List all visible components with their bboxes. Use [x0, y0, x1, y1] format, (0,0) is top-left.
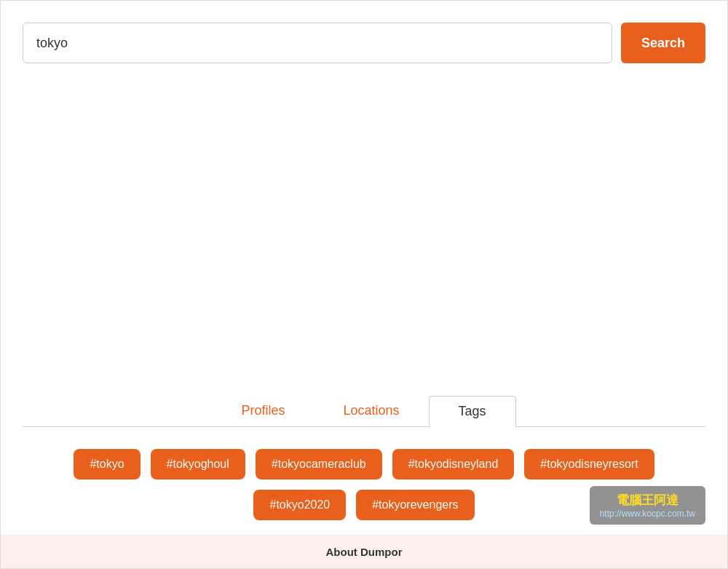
tab-locations[interactable]: Locations: [314, 396, 428, 428]
main-content: Search Profiles Locations Tags #tokyo #t…: [1, 1, 727, 535]
tag-tokyocameraclub[interactable]: #tokyocameraclub: [256, 449, 382, 480]
search-bar: Search: [23, 23, 705, 63]
tag-tokyorevengers[interactable]: #tokyorevengers: [356, 490, 474, 520]
search-button[interactable]: Search: [621, 23, 705, 63]
search-input[interactable]: [23, 23, 612, 63]
tags-container: #tokyo #tokyoghoul #tokyocameraclub #tok…: [23, 427, 705, 535]
tag-tokyodisneyland[interactable]: #tokyodisneyland: [392, 449, 515, 480]
footer: About Dumpor: [1, 535, 727, 568]
app-container: Search Profiles Locations Tags #tokyo #t…: [0, 0, 728, 569]
tab-tags[interactable]: Tags: [429, 396, 516, 428]
tag-tokyodisneyresort[interactable]: #tokyodisneyresort: [524, 449, 654, 480]
footer-label: About Dumpor: [326, 546, 403, 558]
tag-tokyoghoul[interactable]: #tokyoghoul: [151, 449, 245, 480]
tabs-section: Profiles Locations Tags #tokyo #tokyogho…: [23, 396, 705, 536]
content-area: [23, 78, 705, 396]
tab-profiles[interactable]: Profiles: [212, 396, 314, 428]
tabs-row: Profiles Locations Tags: [23, 396, 705, 428]
tag-tokyo2020[interactable]: #tokyo2020: [253, 490, 346, 520]
tag-tokyo[interactable]: #tokyo: [74, 449, 140, 480]
